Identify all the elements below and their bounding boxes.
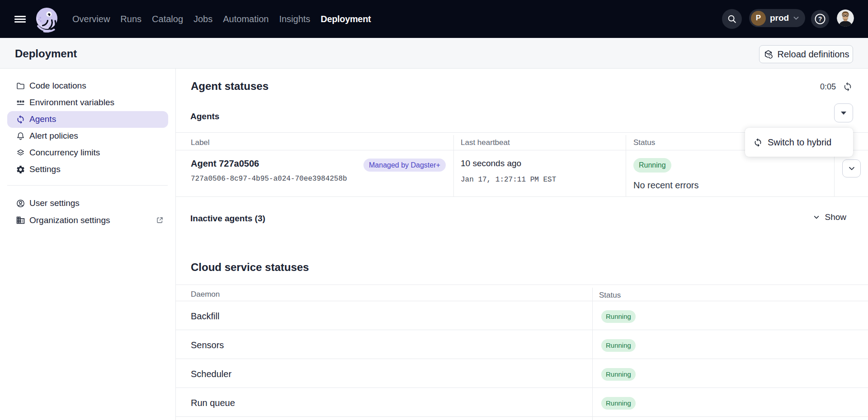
- svg-text:?: ?: [818, 15, 822, 23]
